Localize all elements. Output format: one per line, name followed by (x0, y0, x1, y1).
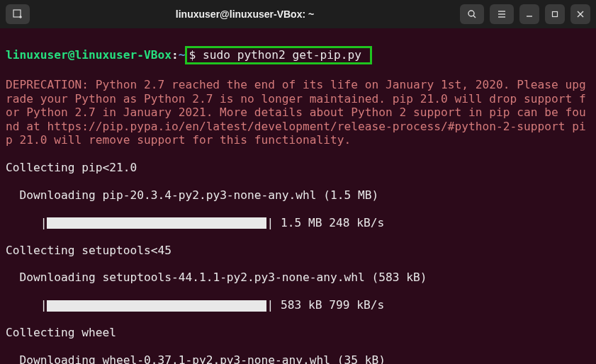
prompt-path: ~ (179, 48, 186, 62)
downloading-pip: Downloading pip-20.3.4-py2.py3-none-any.… (6, 188, 590, 202)
menu-button[interactable] (490, 4, 514, 24)
collecting-setuptools: Collecting setuptools<45 (6, 244, 590, 257)
progress-pip: || 1.5 MB 248 kB/s (6, 216, 590, 229)
prompt-line-1: linuxuser@linuxuser-VBox:~$ sudo python2… (6, 46, 590, 64)
progress-pip-stats: 1.5 MB 248 kB/s (274, 216, 384, 229)
command-text: sudo python2 get-pip.py (196, 48, 369, 62)
prompt-dollar: $ (189, 48, 196, 62)
deprecation-warning: DEPRECATION: Python 2.7 reached the end … (6, 78, 590, 147)
progress-setuptools: || 583 kB 799 kB/s (6, 298, 590, 312)
maximize-button[interactable] (545, 4, 565, 24)
svg-line-4 (473, 16, 476, 18)
window-title: linuxuser@linuxuser-VBox: ~ (35, 8, 454, 20)
svg-rect-9 (553, 12, 558, 17)
close-button[interactable] (570, 4, 590, 24)
prompt-user-host: linuxuser@linuxuser-VBox (6, 48, 172, 62)
collecting-wheel: Collecting wheel (6, 326, 590, 339)
command-highlight-box: $ sudo python2 get-pip.py (185, 46, 371, 64)
titlebar: linuxuser@linuxuser-VBox: ~ (0, 0, 596, 28)
progress-bar-icon (47, 300, 266, 312)
svg-rect-0 (13, 10, 21, 17)
svg-point-3 (468, 11, 474, 16)
terminal-body[interactable]: linuxuser@linuxuser-VBox:~$ sudo python2… (0, 28, 596, 364)
new-tab-button[interactable] (6, 4, 30, 24)
downloading-setuptools: Downloading setuptools-44.1.1-py2.py3-no… (6, 271, 590, 284)
prompt-colon: : (172, 48, 179, 62)
search-button[interactable] (460, 4, 484, 24)
collecting-pip: Collecting pip<21.0 (6, 161, 590, 174)
progress-setuptools-stats: 583 kB 799 kB/s (274, 298, 384, 312)
downloading-wheel: Downloading wheel-0.37.1-py2.py3-none-an… (6, 353, 590, 364)
minimize-button[interactable] (519, 4, 539, 24)
progress-bar-icon (47, 217, 266, 229)
